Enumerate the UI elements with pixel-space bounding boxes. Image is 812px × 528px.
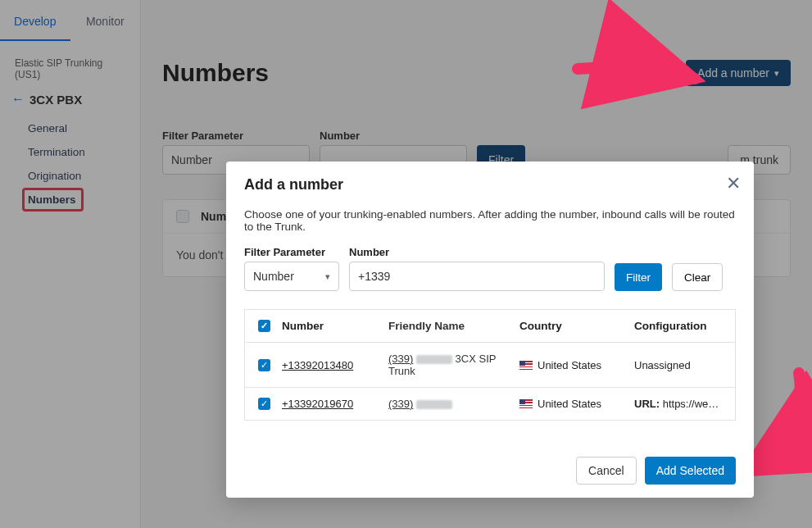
chevron-down-icon: ▾: [325, 271, 330, 282]
config-value: https://webhoo…: [663, 398, 722, 410]
row-friendly-name: (339): [388, 398, 519, 410]
row-checkbox[interactable]: [258, 398, 270, 410]
add-selected-button[interactable]: Add Selected: [645, 457, 736, 485]
modal-filter-button[interactable]: Filter: [615, 263, 662, 291]
add-number-modal: ✕ Add a number Choose one of your trunki…: [226, 162, 754, 498]
row-friendly-name: (339) 3CX SIP Trunk: [388, 353, 519, 377]
th-config: Configuration: [634, 320, 722, 332]
th-friendly-name: Friendly Name: [388, 320, 519, 332]
close-icon[interactable]: ✕: [726, 173, 741, 194]
row-config: URL: https://webhoo…: [634, 398, 722, 410]
modal-clear-button[interactable]: Clear: [672, 263, 723, 291]
us-flag-icon: [519, 361, 533, 370]
fname-prefix: (339): [388, 398, 413, 410]
modal-filter-param-value: Number: [253, 270, 294, 283]
table-header-row: Number Friendly Name Country Configurati…: [245, 310, 735, 343]
country-label: United States: [538, 398, 601, 410]
modal-number-input[interactable]: [349, 262, 605, 291]
table-row: +13392019670 (339) United States URL: ht…: [245, 388, 735, 421]
redacted-text: [416, 400, 452, 409]
fname-prefix: (339): [388, 353, 413, 365]
cancel-button[interactable]: Cancel: [576, 457, 637, 485]
modal-description: Choose one of your trunking-enabled numb…: [244, 208, 736, 233]
redacted-text: [416, 355, 452, 364]
modal-filter-param-label: Filter Parameter: [244, 246, 339, 258]
th-country: Country: [519, 320, 634, 332]
config-label: URL:: [634, 398, 660, 410]
modal-title: Add a number: [244, 176, 736, 193]
modal-number-label: Number: [349, 246, 605, 258]
row-country: United States: [519, 359, 634, 371]
modal-filter-param-select[interactable]: Number ▾: [244, 262, 339, 291]
row-config: Unassigned: [634, 359, 722, 371]
us-flag-icon: [519, 399, 533, 408]
row-country: United States: [519, 398, 634, 410]
th-number: Number: [282, 320, 388, 332]
country-label: United States: [538, 359, 601, 371]
select-all-checkbox[interactable]: [258, 320, 270, 332]
table-row: +13392013480 (339) 3CX SIP Trunk United …: [245, 343, 735, 388]
row-number[interactable]: +13392013480: [282, 359, 388, 371]
row-checkbox[interactable]: [258, 359, 270, 371]
numbers-table: Number Friendly Name Country Configurati…: [244, 309, 736, 421]
row-number[interactable]: +13392019670: [282, 398, 388, 410]
